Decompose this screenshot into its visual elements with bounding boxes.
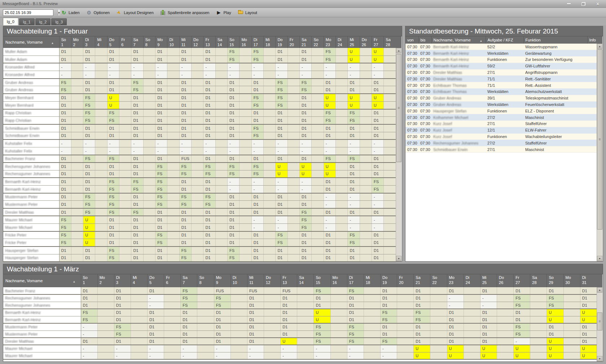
day-column-header[interactable]: Fr6	[119, 36, 131, 48]
day-column-header[interactable]: Di10	[167, 36, 179, 48]
aufgabe-column-header[interactable]: Aufgabe / KFZ	[486, 36, 523, 44]
tab-lg_3[interactable]: lg_3	[51, 18, 67, 25]
scroll-up-button[interactable]: ▲	[396, 48, 401, 53]
march-scrollbar[interactable]: ▲ ▼	[597, 287, 602, 361]
day-column-header[interactable]: Do5	[148, 274, 164, 287]
day-column-header[interactable]: Fr27	[372, 36, 384, 48]
day-column-header[interactable]: Mi11	[179, 36, 191, 48]
day-column-header[interactable]: So22	[312, 36, 324, 48]
shift-cell: D1	[414, 338, 430, 345]
day-column-header[interactable]: Mo9	[214, 274, 230, 287]
day-column-header[interactable]: So29	[547, 274, 563, 287]
laden-button[interactable]: ↻Laden	[58, 9, 83, 17]
scroll-up-button[interactable]: ▲	[597, 287, 602, 293]
day-column-header[interactable]: Sa14	[297, 274, 314, 287]
scroll-down-button[interactable]: ▼	[597, 356, 602, 361]
day-column-header[interactable]: Di17	[251, 36, 263, 48]
optionen-button[interactable]: ⚙Optionen	[83, 9, 113, 17]
day-column-header[interactable]: Di31	[580, 274, 597, 287]
day-column-header[interactable]: Mo23	[447, 274, 464, 287]
day-column-header[interactable]: Do26	[497, 274, 514, 287]
day-column-header[interactable]: Fr6	[164, 274, 181, 287]
day-column-header[interactable]: Mi11	[247, 274, 264, 287]
name-column-header[interactable]: Nachname, Vorname▲	[3, 36, 59, 48]
bis-column-header[interactable]: bis	[418, 36, 431, 44]
day-column-header[interactable]: Do5	[107, 36, 119, 48]
day-column-header[interactable]: Do19	[381, 274, 397, 287]
day-column-header[interactable]: Mo30	[563, 274, 580, 287]
day-column-header[interactable]: Mi4	[131, 274, 147, 287]
layout-designen-button[interactable]: ➤Layout Designen	[113, 9, 157, 17]
close-button[interactable]: ×	[593, 1, 602, 6]
day-column-header[interactable]: So15	[314, 274, 330, 287]
day-column-header[interactable]: Mi25	[348, 36, 360, 48]
scrollbar-thumb[interactable]	[597, 49, 602, 230]
tab-lg_0[interactable]: lg_0	[3, 18, 18, 25]
shift-cell: -	[181, 345, 197, 352]
day-column-header[interactable]: Sa21	[300, 36, 312, 48]
day-column-header[interactable]: Sa28	[384, 36, 396, 48]
day-column-header[interactable]: Sa28	[530, 274, 547, 287]
day-column-header[interactable]: Di24	[464, 274, 480, 287]
day-column-header[interactable]: Mo23	[324, 36, 335, 48]
minimize-button[interactable]	[564, 1, 574, 6]
maximize-button[interactable]	[579, 1, 588, 6]
day-column-header[interactable]: Fr13	[203, 36, 215, 48]
day-column-header[interactable]: Di3	[83, 36, 95, 48]
standard-scrollbar[interactable]: ▲ ▼	[597, 44, 602, 261]
day-column-header[interactable]: Mo9	[155, 36, 167, 48]
spaltenbreite-anpassen-button[interactable]: Spaltenbreite anpassen	[157, 9, 213, 17]
day-column-header[interactable]: Mi18	[364, 274, 380, 287]
day-column-header[interactable]: Sa21	[414, 274, 430, 287]
scroll-down-button[interactable]: ▼	[597, 256, 602, 261]
day-column-header[interactable]: Mo16	[240, 36, 251, 48]
scrollbar-thumb[interactable]	[396, 54, 401, 162]
day-column-header[interactable]: Mi25	[480, 274, 497, 287]
shift-cell: D1	[372, 117, 384, 124]
scroll-up-button[interactable]: ▲	[597, 44, 602, 49]
day-column-header[interactable]: Mo2	[71, 36, 83, 48]
funktion-column-header[interactable]: Funktion	[523, 36, 587, 44]
shift-cell	[95, 231, 107, 239]
tab-lg_1[interactable]: lg_1	[19, 18, 35, 25]
play-button[interactable]: ▶Play	[212, 9, 234, 17]
name-column-header[interactable]: Nachname, Vorname▲	[431, 36, 486, 44]
day-column-header[interactable]: Fr13	[281, 274, 297, 287]
shift-cell: -	[214, 345, 230, 352]
day-column-header[interactable]: So8	[197, 274, 214, 287]
day-column-header[interactable]: So15	[228, 36, 240, 48]
day-column-header[interactable]: Sa7	[181, 274, 197, 287]
day-column-header[interactable]: Di3	[114, 274, 131, 287]
scrollbar-thumb[interactable]	[597, 312, 602, 330]
day-column-header[interactable]: Do26	[360, 36, 372, 48]
datetime-input[interactable]	[3, 10, 57, 15]
scroll-down-button[interactable]: ▼	[396, 256, 401, 261]
day-column-header[interactable]: Fr20	[397, 274, 414, 287]
day-column-header[interactable]: Do19	[276, 36, 287, 48]
layout-button[interactable]: Layout	[234, 9, 260, 17]
day-column-header[interactable]: Fr20	[287, 36, 299, 48]
february-scrollbar[interactable]: ▲ ▼	[396, 48, 401, 261]
day-column-header[interactable]: So1	[59, 36, 71, 48]
day-column-header[interactable]: Mi4	[95, 36, 107, 48]
day-column-header[interactable]: Mo2	[97, 274, 114, 287]
day-column-header[interactable]: Di10	[230, 274, 247, 287]
tab-lg_2[interactable]: lg_2	[35, 18, 51, 25]
day-column-header[interactable]: So22	[430, 274, 447, 287]
day-column-header[interactable]: So8	[143, 36, 155, 48]
day-column-header[interactable]: Sa7	[131, 36, 143, 48]
day-column-header[interactable]: Fr27	[514, 274, 530, 287]
day-column-header[interactable]: Do12	[192, 36, 203, 48]
shift-cell	[360, 231, 372, 239]
von-column-header[interactable]: von	[405, 36, 418, 44]
day-column-header[interactable]: So1	[81, 274, 97, 287]
name-column-header[interactable]: Nachname, Vorname▲	[3, 274, 81, 287]
day-column-header[interactable]: Di17	[347, 274, 364, 287]
day-column-header[interactable]: Di24	[336, 36, 348, 48]
day-column-header[interactable]: Do12	[264, 274, 281, 287]
day-column-header[interactable]: Sa14	[215, 36, 227, 48]
day-column-header[interactable]: Mi18	[264, 36, 276, 48]
day-column-header[interactable]: Mo16	[330, 274, 347, 287]
shift-cell	[360, 124, 372, 132]
info-column-header[interactable]: Info	[587, 36, 597, 44]
